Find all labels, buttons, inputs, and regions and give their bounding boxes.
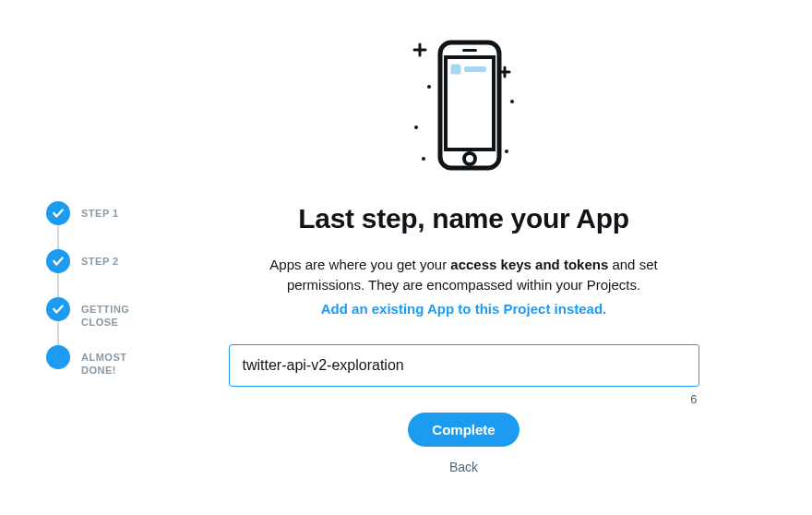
check-icon [46,201,70,225]
back-link[interactable]: Back [449,460,478,474]
app-name-field-wrap: 6 [229,344,699,387]
svg-point-4 [505,150,508,153]
step-connector [57,321,59,345]
desc-bold: access keys and tokens [450,257,608,272]
svg-point-1 [414,126,418,129]
step-connector [57,273,59,297]
step-connector [57,225,59,249]
check-icon [46,297,70,321]
desc-pre: Apps are where you get your [269,257,450,272]
check-icon [46,249,70,273]
step-2: STEP 2 [46,249,171,297]
step-label: STEP 1 [81,201,119,220]
complete-button[interactable]: Complete [408,413,519,447]
svg-point-0 [427,85,431,89]
svg-point-8 [464,153,475,164]
svg-point-3 [510,100,514,103]
svg-point-2 [422,157,425,161]
stepper-sidebar: STEP 1 STEP 2 GETTING CLOSE [46,18,171,497]
phone-illustration-icon [381,35,547,177]
svg-rect-9 [451,65,460,74]
svg-rect-7 [462,49,477,52]
svg-rect-10 [464,66,486,72]
step-4-current: ALMOST DONE! [46,345,171,377]
current-step-icon [46,345,70,369]
char-count: 6 [690,392,697,406]
step-label: GETTING CLOSE [81,297,155,329]
app-name-input[interactable] [229,344,699,387]
page-heading: Last step, name your App [298,203,628,234]
step-label: ALMOST DONE! [81,345,155,377]
add-existing-app-link[interactable]: Add an existing App to this Project inst… [321,301,606,317]
step-1: STEP 1 [46,201,171,249]
step-3: GETTING CLOSE [46,297,171,345]
main-content: Last step, name your App Apps are where … [171,18,757,497]
step-label: STEP 2 [81,249,119,268]
page-description: Apps are where you get your access keys … [233,255,695,295]
